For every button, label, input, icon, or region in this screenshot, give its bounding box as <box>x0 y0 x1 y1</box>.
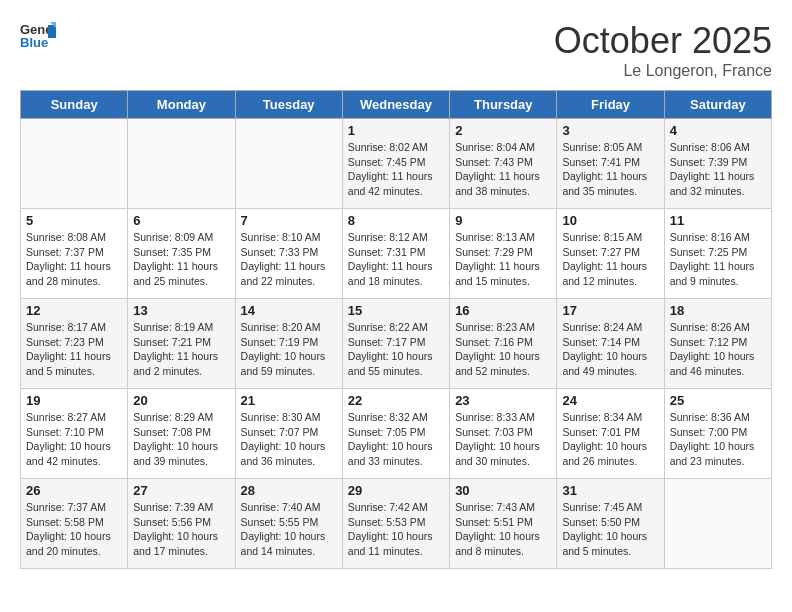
day-cell: 6Sunrise: 8:09 AMSunset: 7:35 PMDaylight… <box>128 209 235 299</box>
week-row-4: 19Sunrise: 8:27 AMSunset: 7:10 PMDayligh… <box>21 389 772 479</box>
day-info: Sunrise: 8:13 AMSunset: 7:29 PMDaylight:… <box>455 230 551 289</box>
day-cell: 2Sunrise: 8:04 AMSunset: 7:43 PMDaylight… <box>450 119 557 209</box>
day-info: Sunrise: 8:15 AMSunset: 7:27 PMDaylight:… <box>562 230 658 289</box>
day-cell: 25Sunrise: 8:36 AMSunset: 7:00 PMDayligh… <box>664 389 771 479</box>
day-cell: 16Sunrise: 8:23 AMSunset: 7:16 PMDayligh… <box>450 299 557 389</box>
day-info: Sunrise: 7:40 AMSunset: 5:55 PMDaylight:… <box>241 500 337 559</box>
day-cell <box>664 479 771 569</box>
day-number: 12 <box>26 303 122 318</box>
day-cell: 20Sunrise: 8:29 AMSunset: 7:08 PMDayligh… <box>128 389 235 479</box>
day-number: 25 <box>670 393 766 408</box>
day-cell: 27Sunrise: 7:39 AMSunset: 5:56 PMDayligh… <box>128 479 235 569</box>
day-number: 7 <box>241 213 337 228</box>
week-row-1: 1Sunrise: 8:02 AMSunset: 7:45 PMDaylight… <box>21 119 772 209</box>
day-info: Sunrise: 8:29 AMSunset: 7:08 PMDaylight:… <box>133 410 229 469</box>
day-number: 18 <box>670 303 766 318</box>
day-cell: 24Sunrise: 8:34 AMSunset: 7:01 PMDayligh… <box>557 389 664 479</box>
day-info: Sunrise: 8:06 AMSunset: 7:39 PMDaylight:… <box>670 140 766 199</box>
day-info: Sunrise: 8:24 AMSunset: 7:14 PMDaylight:… <box>562 320 658 379</box>
day-info: Sunrise: 8:23 AMSunset: 7:16 PMDaylight:… <box>455 320 551 379</box>
day-cell: 11Sunrise: 8:16 AMSunset: 7:25 PMDayligh… <box>664 209 771 299</box>
day-number: 26 <box>26 483 122 498</box>
day-cell: 3Sunrise: 8:05 AMSunset: 7:41 PMDaylight… <box>557 119 664 209</box>
location-title: Le Longeron, France <box>554 62 772 80</box>
day-cell: 5Sunrise: 8:08 AMSunset: 7:37 PMDaylight… <box>21 209 128 299</box>
day-cell <box>235 119 342 209</box>
day-number: 5 <box>26 213 122 228</box>
week-row-5: 26Sunrise: 7:37 AMSunset: 5:58 PMDayligh… <box>21 479 772 569</box>
day-info: Sunrise: 8:04 AMSunset: 7:43 PMDaylight:… <box>455 140 551 199</box>
day-info: Sunrise: 8:36 AMSunset: 7:00 PMDaylight:… <box>670 410 766 469</box>
day-header-wednesday: Wednesday <box>342 91 449 119</box>
day-cell: 1Sunrise: 8:02 AMSunset: 7:45 PMDaylight… <box>342 119 449 209</box>
day-number: 1 <box>348 123 444 138</box>
day-number: 2 <box>455 123 551 138</box>
header-row: SundayMondayTuesdayWednesdayThursdayFrid… <box>21 91 772 119</box>
day-cell: 17Sunrise: 8:24 AMSunset: 7:14 PMDayligh… <box>557 299 664 389</box>
day-number: 21 <box>241 393 337 408</box>
day-cell: 30Sunrise: 7:43 AMSunset: 5:51 PMDayligh… <box>450 479 557 569</box>
calendar-table: SundayMondayTuesdayWednesdayThursdayFrid… <box>20 90 772 569</box>
day-number: 27 <box>133 483 229 498</box>
day-number: 6 <box>133 213 229 228</box>
day-cell: 31Sunrise: 7:45 AMSunset: 5:50 PMDayligh… <box>557 479 664 569</box>
day-number: 13 <box>133 303 229 318</box>
day-cell: 23Sunrise: 8:33 AMSunset: 7:03 PMDayligh… <box>450 389 557 479</box>
day-header-tuesday: Tuesday <box>235 91 342 119</box>
day-cell <box>128 119 235 209</box>
day-info: Sunrise: 7:39 AMSunset: 5:56 PMDaylight:… <box>133 500 229 559</box>
day-cell <box>21 119 128 209</box>
page-header: General Blue October 2025 Le Longeron, F… <box>20 20 772 80</box>
day-number: 9 <box>455 213 551 228</box>
day-number: 19 <box>26 393 122 408</box>
svg-marker-2 <box>48 25 56 38</box>
day-info: Sunrise: 8:17 AMSunset: 7:23 PMDaylight:… <box>26 320 122 379</box>
day-info: Sunrise: 8:22 AMSunset: 7:17 PMDaylight:… <box>348 320 444 379</box>
day-number: 24 <box>562 393 658 408</box>
day-cell: 9Sunrise: 8:13 AMSunset: 7:29 PMDaylight… <box>450 209 557 299</box>
day-info: Sunrise: 8:33 AMSunset: 7:03 PMDaylight:… <box>455 410 551 469</box>
day-number: 30 <box>455 483 551 498</box>
day-info: Sunrise: 8:09 AMSunset: 7:35 PMDaylight:… <box>133 230 229 289</box>
day-cell: 10Sunrise: 8:15 AMSunset: 7:27 PMDayligh… <box>557 209 664 299</box>
day-header-sunday: Sunday <box>21 91 128 119</box>
day-info: Sunrise: 8:12 AMSunset: 7:31 PMDaylight:… <box>348 230 444 289</box>
day-header-friday: Friday <box>557 91 664 119</box>
day-number: 17 <box>562 303 658 318</box>
day-cell: 21Sunrise: 8:30 AMSunset: 7:07 PMDayligh… <box>235 389 342 479</box>
week-row-2: 5Sunrise: 8:08 AMSunset: 7:37 PMDaylight… <box>21 209 772 299</box>
day-number: 15 <box>348 303 444 318</box>
day-number: 31 <box>562 483 658 498</box>
day-number: 14 <box>241 303 337 318</box>
day-header-saturday: Saturday <box>664 91 771 119</box>
day-info: Sunrise: 7:43 AMSunset: 5:51 PMDaylight:… <box>455 500 551 559</box>
day-cell: 18Sunrise: 8:26 AMSunset: 7:12 PMDayligh… <box>664 299 771 389</box>
svg-text:Blue: Blue <box>20 35 48 50</box>
day-info: Sunrise: 8:26 AMSunset: 7:12 PMDaylight:… <box>670 320 766 379</box>
day-cell: 28Sunrise: 7:40 AMSunset: 5:55 PMDayligh… <box>235 479 342 569</box>
day-number: 3 <box>562 123 658 138</box>
day-number: 10 <box>562 213 658 228</box>
day-info: Sunrise: 8:02 AMSunset: 7:45 PMDaylight:… <box>348 140 444 199</box>
day-number: 4 <box>670 123 766 138</box>
day-cell: 26Sunrise: 7:37 AMSunset: 5:58 PMDayligh… <box>21 479 128 569</box>
day-info: Sunrise: 7:42 AMSunset: 5:53 PMDaylight:… <box>348 500 444 559</box>
day-header-thursday: Thursday <box>450 91 557 119</box>
day-cell: 7Sunrise: 8:10 AMSunset: 7:33 PMDaylight… <box>235 209 342 299</box>
day-info: Sunrise: 8:10 AMSunset: 7:33 PMDaylight:… <box>241 230 337 289</box>
day-number: 28 <box>241 483 337 498</box>
day-number: 8 <box>348 213 444 228</box>
day-number: 22 <box>348 393 444 408</box>
day-info: Sunrise: 8:34 AMSunset: 7:01 PMDaylight:… <box>562 410 658 469</box>
day-info: Sunrise: 8:20 AMSunset: 7:19 PMDaylight:… <box>241 320 337 379</box>
day-info: Sunrise: 8:19 AMSunset: 7:21 PMDaylight:… <box>133 320 229 379</box>
day-number: 29 <box>348 483 444 498</box>
day-number: 16 <box>455 303 551 318</box>
day-cell: 15Sunrise: 8:22 AMSunset: 7:17 PMDayligh… <box>342 299 449 389</box>
day-cell: 19Sunrise: 8:27 AMSunset: 7:10 PMDayligh… <box>21 389 128 479</box>
day-number: 23 <box>455 393 551 408</box>
day-info: Sunrise: 8:08 AMSunset: 7:37 PMDaylight:… <box>26 230 122 289</box>
day-info: Sunrise: 8:32 AMSunset: 7:05 PMDaylight:… <box>348 410 444 469</box>
day-info: Sunrise: 7:45 AMSunset: 5:50 PMDaylight:… <box>562 500 658 559</box>
month-title: October 2025 <box>554 20 772 62</box>
